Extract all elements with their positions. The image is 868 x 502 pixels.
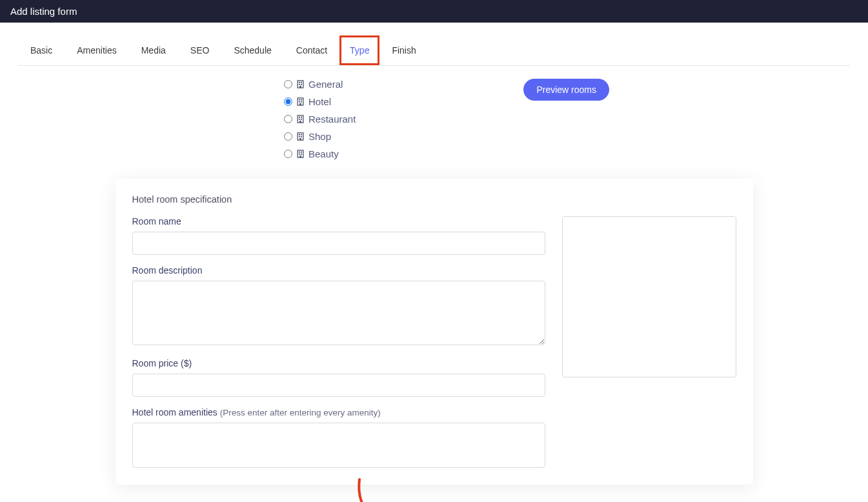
type-option-restaurant[interactable]: Restaurant xyxy=(284,114,356,125)
type-label: Shop xyxy=(308,131,331,142)
app-title: Add listing form xyxy=(10,6,77,17)
room-price-label: Room price ($) xyxy=(132,358,545,368)
room-name-label: Room name xyxy=(132,216,545,226)
form-column: Room name Room description Room price ($… xyxy=(132,216,545,468)
add-room-area: Add new room xyxy=(116,491,753,502)
page-body: Basic Amenities Media SEO Schedule Conta… xyxy=(0,35,868,502)
tab-contact[interactable]: Contact xyxy=(284,35,339,65)
form-tabs: Basic Amenities Media SEO Schedule Conta… xyxy=(18,35,850,66)
tab-amenities[interactable]: Amenities xyxy=(65,35,128,65)
preview-rooms-wrap: Preview rooms xyxy=(523,79,609,101)
radio-general[interactable] xyxy=(284,80,292,88)
tab-media[interactable]: Media xyxy=(129,35,178,65)
room-description-label: Room description xyxy=(132,265,545,276)
tab-finish[interactable]: Finish xyxy=(379,35,428,65)
type-option-beauty[interactable]: Beauty xyxy=(284,148,356,159)
card-title: Hotel room specification xyxy=(132,194,736,205)
tab-basic[interactable]: Basic xyxy=(18,35,65,65)
type-option-shop[interactable]: Shop xyxy=(284,131,356,142)
type-option-hotel[interactable]: Hotel xyxy=(284,96,356,107)
type-label: Hotel xyxy=(308,96,331,107)
building-icon xyxy=(296,132,305,141)
room-spec-card: Hotel room specification Room name Room … xyxy=(116,179,753,485)
radio-beauty[interactable] xyxy=(284,150,292,158)
app-header: Add listing form xyxy=(0,0,868,23)
tab-type[interactable]: Type xyxy=(339,35,379,65)
building-icon xyxy=(296,97,305,106)
radio-shop[interactable] xyxy=(284,132,292,141)
image-upload-box[interactable] xyxy=(562,216,736,377)
room-amenities-label: Hotel room amenities (Press enter after … xyxy=(132,407,545,417)
room-amenities-group: Hotel room amenities (Press enter after … xyxy=(132,407,545,468)
amenities-label-text: Hotel room amenities xyxy=(132,407,220,417)
type-label: General xyxy=(308,79,343,90)
room-description-input[interactable] xyxy=(132,281,545,345)
amenities-hint: (Press enter after entering every amenit… xyxy=(220,408,381,417)
room-price-input[interactable] xyxy=(132,374,545,397)
building-icon xyxy=(296,149,305,159)
room-amenities-input[interactable] xyxy=(132,423,545,468)
preview-rooms-button[interactable]: Preview rooms xyxy=(523,79,609,101)
type-option-general[interactable]: General xyxy=(284,79,356,90)
type-label: Restaurant xyxy=(308,114,356,125)
room-name-group: Room name xyxy=(132,216,545,255)
room-description-group: Room description xyxy=(132,265,545,348)
type-radio-group: General Hotel Restaurant xyxy=(284,79,356,159)
card-body: Room name Room description Room price ($… xyxy=(132,216,736,468)
room-price-group: Room price ($) xyxy=(132,358,545,397)
room-name-input[interactable] xyxy=(132,232,545,255)
building-icon xyxy=(296,114,305,124)
tab-schedule[interactable]: Schedule xyxy=(221,35,283,65)
type-label: Beauty xyxy=(308,148,339,159)
radio-hotel[interactable] xyxy=(284,97,292,106)
building-icon xyxy=(296,79,305,89)
radio-restaurant[interactable] xyxy=(284,115,292,123)
tab-seo[interactable]: SEO xyxy=(178,35,222,65)
type-selection-area: General Hotel Restaurant xyxy=(284,79,868,159)
